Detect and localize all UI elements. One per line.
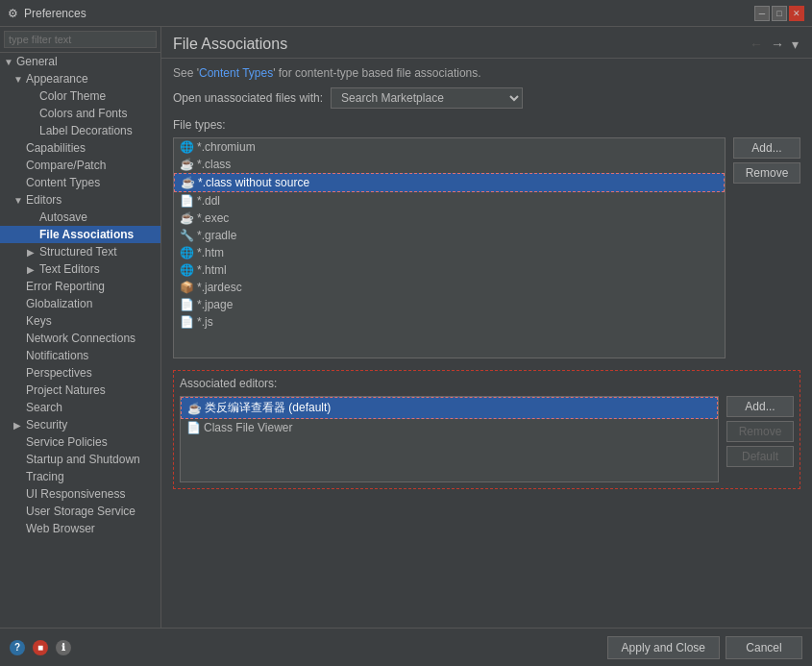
content-body: See 'Content Types' for content-type bas… [161, 59, 812, 628]
sidebar-item-editors[interactable]: ▼Editors [0, 191, 160, 209]
stop-icon[interactable]: ■ [33, 640, 48, 655]
file-type-item-chromium[interactable]: 🌐*.chromium [174, 138, 725, 156]
add-file-type-button[interactable]: Add... [733, 137, 800, 159]
sidebar-item-appearance[interactable]: ▼Appearance [0, 70, 160, 87]
sidebar-item-globalization[interactable]: Globalization [0, 295, 160, 312]
minimize-button[interactable]: ─ [754, 6, 770, 21]
assoc-default-button[interactable]: Default [726, 446, 794, 467]
back-arrow-button[interactable]: ← [748, 35, 765, 54]
file-type-icon-htm: 🌐 [180, 246, 193, 259]
sidebar-item-project-natures[interactable]: Project Natures [0, 382, 160, 399]
sidebar-item-label-structured-text: Structured Text [39, 245, 116, 259]
file-type-label-gradle: *.gradle [197, 229, 236, 242]
file-type-icon-gradle: 🔧 [180, 229, 193, 242]
sidebar-item-label-user-storage-service: User Storage Service [26, 505, 135, 518]
open-with-row: Open unassociated files with: Search Mar… [173, 87, 800, 109]
file-type-item-class[interactable]: ☕*.class [174, 156, 725, 173]
expand-arrow-text-editors: ▶ [27, 264, 37, 275]
window-title: Preferences [24, 7, 86, 20]
header-arrows: ← → ▾ [748, 35, 800, 54]
assoc-add-button[interactable]: Add... [726, 396, 794, 417]
assoc-remove-button[interactable]: Remove [726, 421, 794, 442]
sidebar-item-ui-responsiveness[interactable]: UI Responsiveness [0, 485, 160, 503]
remove-file-type-button[interactable]: Remove [733, 162, 800, 184]
sidebar-item-keys[interactable]: Keys [0, 312, 160, 330]
sidebar-item-compare-patch[interactable]: Compare/Patch [0, 157, 160, 174]
sidebar-item-label-error-reporting: Error Reporting [26, 280, 105, 293]
info-suffix: ' for content-type based file associatio… [273, 66, 480, 80]
forward-arrow-button[interactable]: → [769, 35, 786, 54]
sidebar-item-web-browser[interactable]: Web Browser [0, 520, 160, 537]
sidebar-item-label-decorations[interactable]: Label Decorations [0, 122, 160, 139]
file-type-item-class-without-source[interactable]: ☕*.class without source [174, 173, 725, 192]
help-icon[interactable]: ? [10, 640, 25, 655]
cancel-button[interactable]: Cancel [726, 636, 802, 659]
sidebar-item-label-editors: Editors [26, 193, 62, 207]
sidebar-item-perspectives[interactable]: Perspectives [0, 364, 160, 382]
file-type-label-jardesc: *.jardesc [197, 281, 242, 294]
sidebar-item-network-connections[interactable]: Network Connections [0, 330, 160, 347]
assoc-icon-class-viewer: 📄 [186, 421, 200, 434]
sidebar-item-label-color-theme: Color Theme [39, 89, 106, 103]
assoc-editors-list: ☕类反编译查看器 (default)📄Class File Viewer [180, 396, 719, 482]
sidebar-item-notifications[interactable]: Notifications [0, 347, 160, 364]
file-type-item-html[interactable]: 🌐*.html [174, 261, 725, 279]
file-type-label-htm: *.htm [197, 246, 224, 259]
assoc-item-decompiler[interactable]: ☕类反编译查看器 (default) [181, 397, 718, 419]
sidebar-item-label-web-browser: Web Browser [26, 522, 95, 535]
sidebar-item-user-storage-service[interactable]: User Storage Service [0, 503, 160, 520]
sidebar-item-label-keys: Keys [26, 314, 52, 328]
sidebar-item-label-startup-shutdown: Startup and Shutdown [26, 453, 140, 466]
sidebar-filter-input[interactable] [4, 31, 157, 48]
assoc-row: ☕类反编译查看器 (default)📄Class File Viewer Add… [180, 396, 794, 482]
sidebar-tree: ▼General▼AppearanceColor ThemeColors and… [0, 53, 160, 628]
sidebar-item-tracing[interactable]: Tracing [0, 468, 160, 485]
file-type-item-htm[interactable]: 🌐*.htm [174, 244, 725, 261]
file-type-icon-class: ☕ [180, 158, 193, 171]
open-with-dropdown[interactable]: Search MarketplaceDefault EditorSystem E… [331, 87, 523, 109]
file-type-icon-html: 🌐 [180, 263, 193, 277]
sidebar-item-text-editors[interactable]: ▶Text Editors [0, 260, 160, 278]
sidebar-item-error-reporting[interactable]: Error Reporting [0, 278, 160, 295]
file-type-item-jpage[interactable]: 📄*.jpage [174, 296, 725, 313]
sidebar-item-content-types[interactable]: Content Types [0, 174, 160, 191]
file-types-list-wrapper: 🌐*.chromium☕*.class☕*.class without sour… [173, 137, 726, 358]
file-type-item-js[interactable]: 📄*.js [174, 313, 725, 331]
file-type-item-jardesc[interactable]: 📦*.jardesc [174, 279, 725, 296]
apply-close-button[interactable]: Apply and Close [607, 636, 720, 659]
file-type-item-gradle[interactable]: 🔧*.gradle [174, 227, 725, 244]
assoc-buttons: Add... Remove Default [726, 396, 794, 482]
sidebar-item-security[interactable]: ▶Security [0, 416, 160, 433]
sidebar-item-autosave[interactable]: Autosave [0, 209, 160, 226]
file-type-label-exec: *.exec [197, 211, 229, 225]
view-menu-button[interactable]: ▾ [790, 35, 800, 54]
file-type-icon-class-without-source: ☕ [181, 176, 194, 189]
sidebar-item-color-theme[interactable]: Color Theme [0, 87, 160, 105]
sidebar-item-label-project-natures: Project Natures [26, 383, 106, 397]
content-types-link[interactable]: Content Types [199, 66, 273, 80]
sidebar-item-structured-text[interactable]: ▶Structured Text [0, 243, 160, 260]
sidebar-item-file-associations[interactable]: File Associations [0, 226, 160, 243]
file-type-label-js: *.js [197, 315, 213, 329]
close-button[interactable]: ✕ [789, 6, 804, 21]
file-type-item-ddl[interactable]: 📄*.ddl [174, 192, 725, 210]
file-type-label-ddl: *.ddl [197, 194, 220, 208]
sidebar-item-label-ui-responsiveness: UI Responsiveness [26, 487, 125, 501]
file-type-label-class-without-source: *.class without source [198, 176, 309, 189]
sidebar-item-label-capabilities: Capabilities [26, 141, 86, 155]
sidebar-item-general[interactable]: ▼General [0, 53, 160, 70]
sidebar-item-colors-and-fonts[interactable]: Colors and Fonts [0, 105, 160, 122]
content-header: File Associations ← → ▾ [161, 27, 812, 59]
sidebar-item-label-label-decorations: Label Decorations [39, 124, 133, 137]
info-icon[interactable]: ℹ [56, 640, 71, 655]
sidebar-item-service-policies[interactable]: Service Policies [0, 433, 160, 451]
sidebar-item-capabilities[interactable]: Capabilities [0, 139, 160, 157]
sidebar-item-label-search: Search [26, 401, 62, 414]
sidebar-item-startup-shutdown[interactable]: Startup and Shutdown [0, 451, 160, 468]
sidebar-item-label-service-policies: Service Policies [26, 435, 108, 449]
sidebar-item-search[interactable]: Search [0, 399, 160, 416]
content-area: File Associations ← → ▾ See 'Content Typ… [161, 27, 812, 628]
file-type-item-exec[interactable]: ☕*.exec [174, 210, 725, 227]
assoc-item-class-viewer[interactable]: 📄Class File Viewer [181, 419, 718, 436]
maximize-button[interactable]: □ [772, 6, 787, 21]
